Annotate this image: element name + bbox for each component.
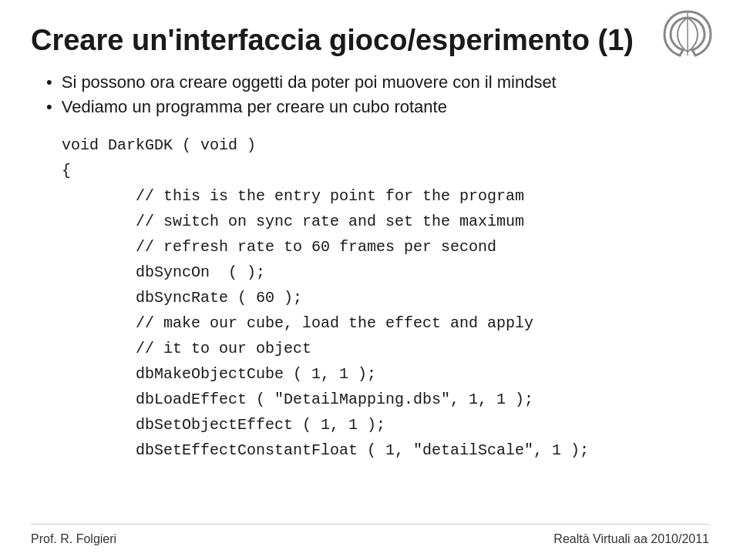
slide-title: Creare un'interfaccia gioco/esperimento … — [31, 23, 709, 59]
footer: Prof. R. Folgieri Realtà Virtuali aa 201… — [31, 524, 709, 546]
footer-right: Realtà Virtuali aa 2010/2011 — [553, 532, 709, 546]
bullet-list: Si possono ora creare oggetti da poter p… — [46, 72, 709, 117]
code-line-11: dbSetObjectEffect ( 1, 1 ); — [62, 412, 709, 438]
footer-left: Prof. R. Folgieri — [31, 532, 116, 546]
code-line-2: // this is the entry point for the progr… — [62, 183, 709, 209]
bullet-item-2: Vediamo un programma per creare un cubo … — [46, 97, 709, 117]
code-line-9: dbMakeObjectCube ( 1, 1 ); — [62, 361, 709, 387]
code-line-6: dbSyncRate ( 60 ); — [62, 285, 709, 310]
bullet-item-1: Si possono ora creare oggetti da poter p… — [46, 72, 709, 92]
code-line-10: dbLoadEffect ( "DetailMapping.dbs", 1, 1… — [62, 387, 709, 412]
code-line-12: dbSetEffectConstantFloat ( 1, "detailSca… — [62, 438, 709, 463]
code-line-1: { — [62, 158, 709, 183]
code-line-4: // refresh rate to 60 frames per second — [62, 234, 709, 260]
code-line-0: void DarkGDK ( void ) — [62, 132, 709, 158]
slide: Creare un'interfaccia gioco/esperimento … — [0, 0, 740, 560]
code-line-7: // make our cube, load the effect and ap… — [62, 310, 709, 336]
code-line-3: // switch on sync rate and set the maxim… — [62, 209, 709, 234]
code-line-5: dbSyncOn ( ); — [62, 260, 709, 285]
code-block: void DarkGDK ( void ){ // this is the en… — [62, 132, 709, 463]
logo-icon — [663, 8, 713, 58]
logo — [663, 8, 717, 62]
code-line-8: // it to our object — [62, 336, 709, 361]
